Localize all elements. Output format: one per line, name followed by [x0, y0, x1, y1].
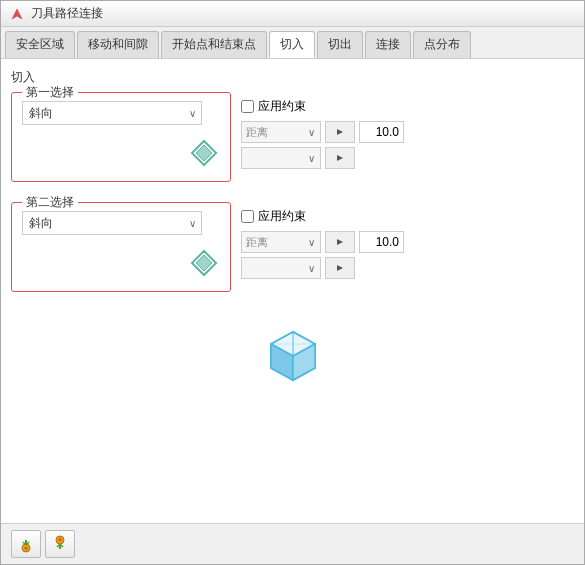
- first-arrow-btn-2[interactable]: [325, 147, 355, 169]
- second-extra-select[interactable]: [241, 257, 321, 279]
- second-apply-constraint-label: 应用约束: [258, 208, 306, 225]
- first-distance-row: 距离 10.0: [241, 121, 574, 143]
- title-icon: [9, 6, 25, 22]
- bottom-bar: [1, 523, 584, 564]
- first-distance-input[interactable]: 10.0: [359, 121, 404, 143]
- svg-marker-3: [337, 129, 343, 135]
- svg-marker-8: [337, 265, 343, 271]
- app-logo-icon: [261, 324, 325, 388]
- second-distance-row: 距离 10.0: [241, 231, 574, 253]
- svg-marker-0: [12, 9, 22, 19]
- second-arrow-btn-1[interactable]: [325, 231, 355, 253]
- first-choice-group: 第一选择 斜向 直线 螺旋 圆弧: [11, 92, 231, 182]
- tab-point-dist[interactable]: 点分布: [413, 31, 471, 58]
- first-apply-constraint-row: 应用约束: [241, 98, 574, 115]
- tool-up-icon: [51, 535, 69, 553]
- main-window: 刀具路径连接 安全区域 移动和间隙 开始点和结束点 切入 切出 连接 点分布 切…: [0, 0, 585, 565]
- second-extra-row: [241, 257, 574, 279]
- tool-btn-1[interactable]: [11, 530, 41, 558]
- first-apply-constraint-checkbox[interactable]: [241, 100, 254, 113]
- second-extra-select-wrapper: [241, 257, 321, 279]
- window-title: 刀具路径连接: [31, 5, 103, 22]
- second-choice-right: 应用约束 距离 10.0: [241, 202, 574, 304]
- first-distance-select[interactable]: 距离: [241, 121, 321, 143]
- second-diamond-icon: [188, 247, 220, 279]
- first-choice-label: 第一选择: [22, 84, 78, 101]
- tab-start-end[interactable]: 开始点和结束点: [161, 31, 267, 58]
- second-choice-select-wrapper: 斜向 直线 螺旋 圆弧: [22, 211, 202, 235]
- tab-cut-in[interactable]: 切入: [269, 31, 315, 58]
- tab-cut-out[interactable]: 切出: [317, 31, 363, 58]
- svg-marker-7: [337, 239, 343, 245]
- second-apply-constraint-row: 应用约束: [241, 208, 574, 225]
- tab-connect[interactable]: 连接: [365, 31, 411, 58]
- second-distance-input[interactable]: 10.0: [359, 231, 404, 253]
- first-apply-constraint-label: 应用约束: [258, 98, 306, 115]
- title-bar: 刀具路径连接: [1, 1, 584, 27]
- tool-down-icon: [17, 535, 35, 553]
- second-arrow-btn-2[interactable]: [325, 257, 355, 279]
- first-choice-select-wrapper: 斜向 直线 螺旋 圆弧: [22, 101, 202, 125]
- tab-safety-zone[interactable]: 安全区域: [5, 31, 75, 58]
- first-extra-row: [241, 147, 574, 169]
- second-distance-select[interactable]: 距离: [241, 231, 321, 253]
- first-diamond-icon: [188, 137, 220, 169]
- first-extra-select[interactable]: [241, 147, 321, 169]
- svg-marker-4: [337, 155, 343, 161]
- cut-in-section-title: 切入: [11, 69, 574, 86]
- main-content: 切入 第一选择 斜向 直线 螺旋 圆弧: [1, 59, 584, 523]
- first-choice-area: 第一选择 斜向 直线 螺旋 圆弧: [11, 92, 574, 194]
- first-choice-right: 应用约束 距离 10.0: [241, 92, 574, 194]
- second-choice-left: 第二选择 斜向 直线 螺旋 圆弧: [11, 202, 231, 304]
- first-choice-row: 斜向 直线 螺旋 圆弧: [22, 101, 220, 125]
- first-choice-left: 第一选择 斜向 直线 螺旋 圆弧: [11, 92, 231, 194]
- first-choice-select[interactable]: 斜向 直线 螺旋 圆弧: [22, 101, 202, 125]
- second-choice-select[interactable]: 斜向 直线 螺旋 圆弧: [22, 211, 202, 235]
- tool-btn-2[interactable]: [45, 530, 75, 558]
- second-distance-select-wrapper: 距离: [241, 231, 321, 253]
- second-choice-group: 第二选择 斜向 直线 螺旋 圆弧: [11, 202, 231, 292]
- second-choice-label: 第二选择: [22, 194, 78, 211]
- second-choice-row: 斜向 直线 螺旋 圆弧: [22, 211, 220, 235]
- second-apply-constraint-checkbox[interactable]: [241, 210, 254, 223]
- first-extra-select-wrapper: [241, 147, 321, 169]
- logo-area: [11, 324, 574, 388]
- second-choice-area: 第二选择 斜向 直线 螺旋 圆弧: [11, 202, 574, 304]
- first-distance-select-wrapper: 距离: [241, 121, 321, 143]
- first-arrow-btn-1[interactable]: [325, 121, 355, 143]
- tab-move-clearance[interactable]: 移动和间隙: [77, 31, 159, 58]
- tab-bar: 安全区域 移动和间隙 开始点和结束点 切入 切出 连接 点分布: [1, 27, 584, 59]
